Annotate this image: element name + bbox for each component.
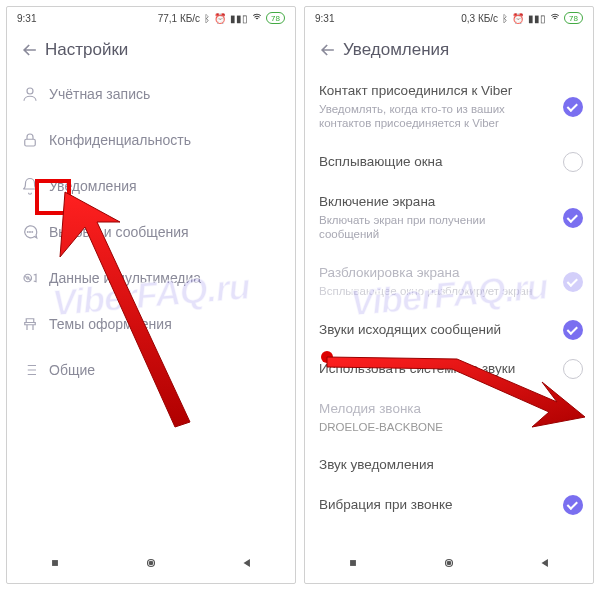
wifi-icon: [252, 12, 262, 24]
menu-item-themes[interactable]: Темы оформления: [7, 301, 295, 347]
menu-label: Темы оформления: [49, 316, 172, 332]
svg-point-2: [27, 232, 28, 233]
row-system-sounds[interactable]: Использовать системные звуки: [305, 349, 593, 389]
row-title: Всплывающие окна: [319, 153, 553, 171]
notifications-list: Контакт присоединился к Viber Уведомлять…: [305, 71, 593, 547]
menu-label: Общие: [49, 362, 95, 378]
menu-item-general[interactable]: Общие: [7, 347, 295, 393]
menu-label: Конфиденциальность: [49, 132, 191, 148]
svg-point-11: [149, 561, 153, 565]
row-title: Звуки исходящих сообщений: [319, 321, 553, 339]
row-unlock-screen: Разблокировка экрана Всплывающее окно ра…: [305, 253, 593, 309]
alarm-icon: ⏰: [214, 13, 226, 24]
alarm-icon: ⏰: [512, 13, 524, 24]
menu-item-media[interactable]: Данные и мультимедиа: [7, 255, 295, 301]
menu-item-privacy[interactable]: Конфиденциальность: [7, 117, 295, 163]
checkbox-unchecked-icon[interactable]: [563, 359, 583, 379]
settings-list: Учётная запись Конфиденциальность Уведом…: [7, 71, 295, 547]
header: Уведомления: [305, 29, 593, 71]
signal-icon: ▮▮▯: [528, 13, 546, 24]
row-title: Мелодия звонка: [319, 400, 553, 418]
row-ringtone[interactable]: Мелодия звонка DROELOE-BACKBONE: [305, 389, 593, 445]
row-subtitle: Включать экран при получении сообщений: [319, 213, 553, 243]
wifi-icon: [550, 12, 560, 24]
checkbox-unchecked-icon[interactable]: [563, 152, 583, 172]
checkbox-checked-icon[interactable]: [563, 97, 583, 117]
row-outgoing-sounds[interactable]: Звуки исходящих сообщений: [305, 310, 593, 350]
row-title: Разблокировка экрана: [319, 264, 553, 282]
lock-icon: [21, 131, 49, 149]
back-button[interactable]: [15, 40, 45, 60]
status-net: 0,3 КБ/с: [461, 13, 498, 24]
phone-right: 9:31 0,3 КБ/с ᛒ ⏰ ▮▮▯ 78 Уведомления Кон…: [304, 6, 594, 584]
status-time: 9:31: [315, 13, 334, 24]
menu-label: Данные и мультимедиа: [49, 270, 201, 286]
svg-point-0: [27, 88, 33, 94]
svg-point-14: [447, 561, 451, 565]
row-subtitle: Уведомлять, когда кто-то из ваших контак…: [319, 102, 553, 132]
nav-recent-icon[interactable]: [346, 556, 360, 574]
row-notification-sound[interactable]: Звук уведомления: [305, 445, 593, 485]
svg-point-4: [32, 232, 33, 233]
row-title: Использовать системные звуки: [319, 360, 553, 378]
row-title: Звук уведомления: [319, 456, 553, 474]
row-vibrate-call[interactable]: Вибрация при звонке: [305, 485, 593, 525]
row-title: Вибрация при звонке: [319, 496, 553, 514]
battery-icon: 78: [564, 12, 583, 24]
menu-label: Уведомления: [49, 178, 137, 194]
android-navbar: [305, 547, 593, 583]
checkbox-checked-icon[interactable]: [563, 495, 583, 515]
battery-icon: 78: [266, 12, 285, 24]
bluetooth-icon: ᛒ: [204, 13, 210, 24]
svg-point-8: [30, 279, 31, 280]
svg-rect-12: [350, 560, 356, 566]
bell-icon: [21, 177, 49, 195]
page-title: Уведомления: [343, 40, 449, 60]
menu-item-account[interactable]: Учётная запись: [7, 71, 295, 117]
svg-rect-9: [52, 560, 58, 566]
row-screen-on[interactable]: Включение экрана Включать экран при полу…: [305, 182, 593, 253]
user-icon: [21, 85, 49, 103]
page-title: Настройки: [45, 40, 128, 60]
phone-left: 9:31 77,1 КБ/с ᛒ ⏰ ▮▮▯ 78 Настройки Учёт…: [6, 6, 296, 584]
nav-back-icon[interactable]: [240, 556, 254, 574]
bluetooth-icon: ᛒ: [502, 13, 508, 24]
row-title: Контакт присоединился к Viber: [319, 82, 553, 100]
status-net: 77,1 КБ/с: [158, 13, 200, 24]
svg-point-7: [25, 276, 26, 277]
checkbox-checked-icon[interactable]: [563, 320, 583, 340]
media-icon: [21, 269, 49, 287]
checkbox-checked-icon[interactable]: [563, 208, 583, 228]
svg-point-3: [30, 232, 31, 233]
status-time: 9:31: [17, 13, 36, 24]
nav-recent-icon[interactable]: [48, 556, 62, 574]
row-subtitle: DROELOE-BACKBONE: [319, 420, 553, 435]
row-subtitle: Всплывающее окно разблокирует экран: [319, 284, 553, 299]
statusbar: 9:31 77,1 КБ/с ᛒ ⏰ ▮▮▯ 78: [7, 7, 295, 29]
menu-label: Учётная запись: [49, 86, 150, 102]
checkbox-checked-icon: [563, 272, 583, 292]
nav-back-icon[interactable]: [538, 556, 552, 574]
svg-point-6: [27, 277, 29, 279]
back-button[interactable]: [313, 40, 343, 60]
row-contact-joined[interactable]: Контакт присоединился к Viber Уведомлять…: [305, 71, 593, 142]
svg-rect-1: [25, 139, 36, 146]
android-navbar: [7, 547, 295, 583]
list-icon: [21, 361, 49, 379]
header: Настройки: [7, 29, 295, 71]
statusbar: 9:31 0,3 КБ/с ᛒ ⏰ ▮▮▯ 78: [305, 7, 593, 29]
menu-item-calls[interactable]: Вызовы и сообщения: [7, 209, 295, 255]
signal-icon: ▮▮▯: [230, 13, 248, 24]
menu-label: Вызовы и сообщения: [49, 224, 189, 240]
row-popups[interactable]: Всплывающие окна: [305, 142, 593, 182]
svg-point-5: [24, 274, 32, 282]
nav-home-icon[interactable]: [442, 556, 456, 574]
theme-icon: [21, 315, 49, 333]
menu-item-notifications[interactable]: Уведомления: [7, 163, 295, 209]
row-title: Включение экрана: [319, 193, 553, 211]
nav-home-icon[interactable]: [144, 556, 158, 574]
message-icon: [21, 223, 49, 241]
